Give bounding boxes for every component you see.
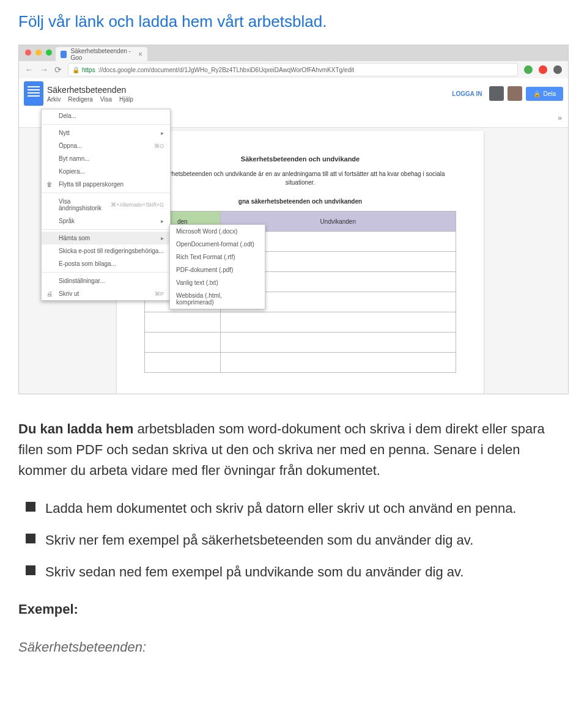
maximize-window-icon[interactable] <box>46 50 52 56</box>
doc-subheading: gna säkerhetsbeteenden och undvikanden <box>144 198 456 205</box>
close-window-icon[interactable] <box>25 50 31 56</box>
share-button[interactable]: 🔒Dela <box>526 87 563 101</box>
file-menu-item[interactable]: 🖨Skriv ut⌘P <box>42 287 170 300</box>
task-item: Skriv ner fem exempel på säkerhetsbeteen… <box>18 530 569 551</box>
close-tab-icon[interactable]: × <box>138 50 142 59</box>
back-icon[interactable]: ← <box>25 65 34 75</box>
download-option[interactable]: PDF-dokument (.pdf) <box>170 263 265 276</box>
file-menu-item[interactable]: Öppna...⌘O <box>42 139 170 152</box>
file-menu-item[interactable]: Skicka e-post till redigeringsbehöriga..… <box>42 245 170 257</box>
menu-visa[interactable]: Visa <box>100 96 112 103</box>
docs-title[interactable]: Säkerhetsbeteenden <box>47 85 452 95</box>
docs-menubar: ArkivRedigeraVisaHjälp <box>47 96 452 103</box>
file-menu-item[interactable]: E-posta som bilaga... <box>42 257 170 270</box>
file-menu-item[interactable]: Språk▸ <box>42 215 170 227</box>
url-path: ://docs.google.com/document/d/1JgWHo_Ry2… <box>98 67 354 73</box>
doc-intro: Säkerhetsbeteenden och undvikande är en … <box>144 170 456 187</box>
lock-icon: 🔒 <box>72 67 79 73</box>
file-menu-item[interactable]: Dela... <box>42 109 170 122</box>
docs-screenshot: Säkerhetsbeteenden - Goo × ← → ⟳ 🔒 https… <box>18 45 569 394</box>
table-row <box>145 353 456 373</box>
extension-icon[interactable] <box>539 65 547 74</box>
file-menu-item[interactable]: Kopiera... <box>42 165 170 178</box>
file-menu-item[interactable]: 🗑Flytta till papperskorgen <box>42 178 170 191</box>
file-menu-item[interactable]: Hämta som▸ <box>42 232 170 245</box>
collaborator-avatar[interactable] <box>489 86 504 101</box>
instruction-bold: Du kan ladda hem <box>18 421 133 436</box>
minimize-window-icon[interactable] <box>35 50 42 56</box>
doc-heading: Säkerhetsbeteenden och undvikande <box>144 155 456 163</box>
file-menu-item[interactable]: Byt namn... <box>42 152 170 165</box>
table-row <box>145 333 456 353</box>
incognito-icon <box>553 65 562 74</box>
file-menu-item[interactable]: Visa ändringshistorik⌘+Alternativ+Skift+… <box>42 195 170 215</box>
table-row <box>145 312 456 333</box>
example-heading: Exempel: <box>18 601 569 617</box>
menu-hjälp[interactable]: Hjälp <box>119 96 133 103</box>
instruction-paragraph: Du kan ladda hem arbetsbladen som word-d… <box>18 419 569 481</box>
address-bar[interactable]: 🔒 https://docs.google.com/document/d/1Jg… <box>68 63 518 76</box>
docs-logo-icon[interactable] <box>24 81 43 106</box>
file-menu: Dela...Nytt▸Öppna...⌘OByt namn...Kopiera… <box>41 109 171 301</box>
url-protocol: https <box>82 67 95 73</box>
download-option[interactable]: OpenDocument-format (.odt) <box>170 238 265 251</box>
docs-favicon <box>61 51 67 58</box>
follow-link-heading: Följ vår länk och ladda hem vårt arbetsb… <box>18 12 569 31</box>
task-item: Ladda hem dokumentet och skriv på datorn… <box>18 498 569 519</box>
forward-icon[interactable]: → <box>40 65 48 75</box>
file-menu-item[interactable]: Sidinställningar... <box>42 274 170 287</box>
login-link[interactable]: LOGGA IN <box>452 90 482 97</box>
reload-icon[interactable]: ⟳ <box>54 65 62 75</box>
docs-header: Säkerhetsbeteenden ArkivRedigeraVisaHjäl… <box>19 78 568 109</box>
extension-icon[interactable] <box>524 65 533 74</box>
task-list: Ladda hem dokumentet och skriv på datorn… <box>18 498 569 583</box>
task-item: Skriv sedan ned fem exempel på undvikand… <box>18 562 569 583</box>
download-option[interactable]: Microsoft Word (.docx) <box>170 225 265 238</box>
collaborator-avatar[interactable] <box>508 86 522 101</box>
browser-tabstrip: Säkerhetsbeteenden - Goo × <box>19 45 568 61</box>
collapse-toolbar-icon[interactable]: » <box>558 114 562 122</box>
browser-tab[interactable]: Säkerhetsbeteenden - Goo × <box>56 47 147 61</box>
download-option[interactable]: Webbsida (.html, komprimerad) <box>170 289 265 309</box>
file-menu-item[interactable]: Nytt▸ <box>42 127 170 139</box>
browser-toolbar: ← → ⟳ 🔒 https://docs.google.com/document… <box>19 61 568 79</box>
tab-title: Säkerhetsbeteenden - Goo <box>70 48 135 61</box>
menu-redigera[interactable]: Redigera <box>68 96 93 103</box>
example-subheading: Säkerhetsbeteenden: <box>18 639 569 655</box>
download-option[interactable]: Vanlig text (.txt) <box>170 276 265 289</box>
window-controls[interactable] <box>25 50 52 56</box>
download-submenu: Microsoft Word (.docx)OpenDocument-forma… <box>169 224 265 309</box>
download-option[interactable]: Rich Text Format (.rtf) <box>170 251 265 263</box>
lock-icon: 🔒 <box>533 90 541 97</box>
menu-arkiv[interactable]: Arkiv <box>47 96 61 103</box>
